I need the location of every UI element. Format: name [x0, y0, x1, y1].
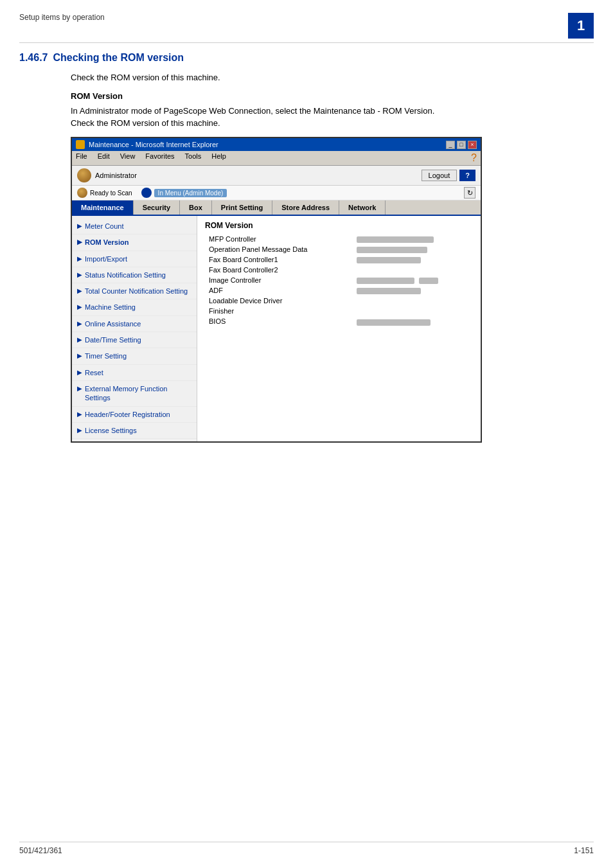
footer-model: 501/421/361	[19, 846, 62, 855]
fax-board-1-label: Fax Board Controller1	[205, 254, 353, 265]
section-heading: 1.46.7 Checking the ROM version	[19, 52, 594, 67]
arrow-icon-rom-version: ▶	[77, 238, 82, 245]
mfp-controller-value	[353, 234, 473, 244]
ie-help-icon[interactable]: ?	[471, 152, 477, 164]
content-area: ▶ Meter Count ▶ ROM Version ▶ Import/Exp…	[72, 216, 481, 441]
rom-version-title: ROM Version	[205, 221, 473, 230]
adf-label: ADF	[205, 285, 353, 296]
admin-bar-left: Administrator	[77, 168, 137, 182]
img-value-blur2	[419, 278, 438, 284]
section-description: Check the ROM version of this machine.	[71, 73, 594, 82]
sidebar-item-reset[interactable]: ▶ Reset	[72, 365, 197, 381]
menu-tools[interactable]: Tools	[185, 152, 202, 164]
subsection-text1: In Administrator mode of PageScope Web C…	[71, 106, 594, 116]
admin-label: Administrator	[95, 172, 137, 179]
menu-edit[interactable]: Edit	[98, 152, 110, 164]
sidebar-item-status-notification[interactable]: ▶ Status Notification Setting	[72, 267, 197, 283]
sidebar-label-header-footer: Header/Footer Registration	[85, 410, 191, 419]
table-row: ADF	[205, 285, 473, 296]
adf-value	[353, 285, 473, 296]
menu-file[interactable]: File	[76, 152, 87, 164]
table-row: BIOS	[205, 316, 473, 326]
arrow-icon-import-export: ▶	[77, 255, 82, 262]
loadable-value	[353, 296, 473, 306]
titlebar-controls[interactable]: _ □ ×	[446, 141, 477, 149]
sidebar-item-machine-setting[interactable]: ▶ Machine Setting	[72, 299, 197, 315]
help-button[interactable]: ?	[459, 170, 475, 181]
finisher-value	[353, 306, 473, 316]
footer-page: 1-151	[574, 846, 594, 855]
mfp-controller-label: MFP Controller	[205, 234, 353, 244]
page-footer: 501/421/361 1-151	[19, 842, 594, 855]
tab-security[interactable]: Security	[134, 200, 180, 215]
table-row: MFP Controller	[205, 234, 473, 244]
arrow-icon-timer: ▶	[77, 352, 82, 359]
tab-store-address[interactable]: Store Address	[272, 200, 339, 215]
table-row: Image Controller	[205, 275, 473, 285]
logout-button[interactable]: Logout	[422, 170, 458, 181]
menu-help[interactable]: Help	[211, 152, 226, 164]
sidebar-label-online-assistance: Online Assistance	[85, 319, 191, 328]
menu-favorites[interactable]: Favorites	[145, 152, 174, 164]
arrow-icon-meter-count: ▶	[77, 222, 82, 229]
sidebar-label-license: License Settings	[85, 426, 191, 435]
tab-network[interactable]: Network	[339, 200, 386, 215]
sidebar-label-reset: Reset	[85, 368, 191, 377]
loadable-label: Loadable Device Driver	[205, 296, 353, 306]
ie-icon	[76, 140, 85, 149]
admin-avatar	[77, 168, 91, 182]
arrow-icon-machine-setting: ▶	[77, 303, 82, 310]
fax-board-1-value	[353, 254, 473, 265]
sidebar-item-datetime[interactable]: ▶ Date/Time Setting	[72, 332, 197, 348]
image-controller-label: Image Controller	[205, 275, 353, 285]
img-value-blur	[357, 278, 414, 284]
sidebar-item-online-assistance[interactable]: ▶ Online Assistance	[72, 316, 197, 332]
tab-print-setting[interactable]: Print Setting	[212, 200, 272, 215]
page-number-badge: 1	[568, 13, 594, 39]
page-header-label: Setup items by operation	[19, 13, 105, 22]
browser-window: Maintenance - Microsoft Internet Explore…	[71, 137, 482, 443]
sidebar-item-timer[interactable]: ▶ Timer Setting	[72, 348, 197, 364]
section-title: Checking the ROM version	[53, 52, 184, 64]
close-button[interactable]: ×	[468, 141, 477, 149]
sidebar-item-rom-version[interactable]: ▶ ROM Version	[72, 235, 197, 251]
status-bar: Ready to Scan In Menu (Admin Mode) ↻	[72, 186, 481, 200]
browser-menubar: File Edit View Favorites Tools Help ?	[72, 151, 481, 166]
sidebar-label-machine-setting: Machine Setting	[85, 303, 191, 312]
menu-status: In Menu (Admin Mode)	[141, 188, 227, 198]
page-header: Setup items by operation 1	[19, 13, 594, 43]
menu-status-text: In Menu (Admin Mode)	[154, 189, 227, 197]
finisher-label: Finisher	[205, 306, 353, 316]
op-value-blur	[357, 247, 427, 253]
arrow-icon-reset: ▶	[77, 369, 82, 376]
tab-box[interactable]: Box	[180, 200, 212, 215]
table-row: Fax Board Controller1	[205, 254, 473, 265]
titlebar-left: Maintenance - Microsoft Internet Explore…	[76, 140, 218, 149]
subsection-heading: ROM Version	[71, 91, 594, 101]
sidebar-item-license[interactable]: ▶ License Settings	[72, 423, 197, 439]
fax1-value-blur	[357, 257, 421, 263]
image-controller-value	[353, 275, 473, 285]
maximize-button[interactable]: □	[457, 141, 466, 149]
sidebar: ▶ Meter Count ▶ ROM Version ▶ Import/Exp…	[72, 216, 197, 441]
sidebar-item-external-memory[interactable]: ▶ External Memory Function Settings	[72, 381, 197, 407]
tab-maintenance[interactable]: Maintenance	[72, 200, 134, 215]
status-printer-icon	[77, 188, 87, 198]
fax-board-2-label: Fax Board Controller2	[205, 265, 353, 275]
minimize-button[interactable]: _	[446, 141, 455, 149]
main-content: ROM Version MFP Controller Operation Pan…	[197, 216, 481, 441]
table-row: Fax Board Controller2	[205, 265, 473, 275]
sidebar-item-meter-count[interactable]: ▶ Meter Count	[72, 218, 197, 235]
sidebar-item-import-export[interactable]: ▶ Import/Export	[72, 251, 197, 267]
arrow-icon-datetime: ▶	[77, 336, 82, 343]
mfp-value-blur	[357, 236, 434, 243]
menu-view[interactable]: View	[120, 152, 136, 164]
sidebar-item-header-footer[interactable]: ▶ Header/Footer Registration	[72, 407, 197, 423]
section-number: 1.46.7	[19, 52, 48, 64]
sidebar-item-total-counter[interactable]: ▶ Total Counter Notification Setting	[72, 283, 197, 299]
admin-bar-right: Logout ?	[422, 170, 475, 181]
refresh-button[interactable]: ↻	[464, 187, 475, 199]
subsection-text2: Check the ROM version of this machine.	[71, 118, 594, 128]
nav-tabs: Maintenance Security Box Print Setting S…	[72, 200, 481, 216]
table-row: Finisher	[205, 306, 473, 316]
